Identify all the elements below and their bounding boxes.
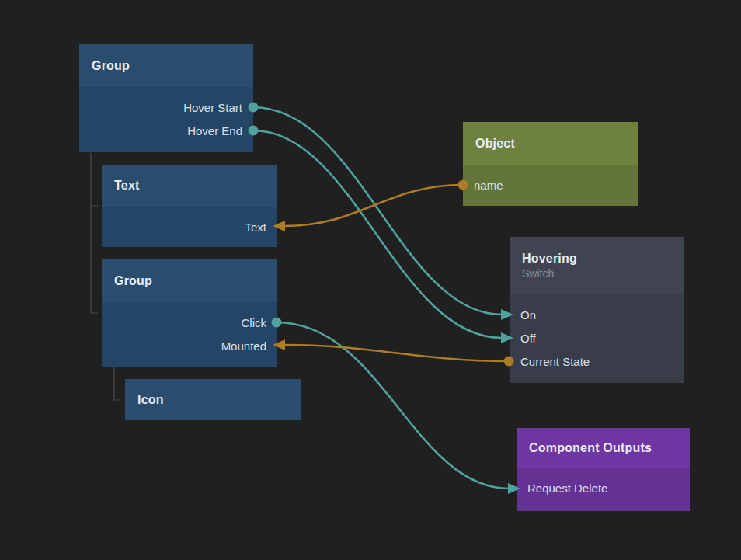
node-title: Object [475, 137, 631, 151]
node-group-1[interactable]: Group Hover Start Hover End [79, 44, 253, 152]
port-label: Request Delete [527, 482, 607, 495]
node-group-1-header[interactable]: Group [79, 44, 253, 87]
node-icon-1[interactable]: Icon [125, 379, 301, 420]
node-title: Hovering [522, 252, 677, 266]
node-title: Group [114, 274, 270, 288]
port-label: Click [242, 316, 267, 329]
port-row-hover-start[interactable]: Hover Start [79, 96, 253, 119]
node-editor-canvas[interactable]: Group Hover Start Hover End Text Text Gr… [0, 0, 741, 560]
port-label: On [520, 308, 536, 322]
port-label: Hover Start [183, 101, 242, 114]
node-text-1-header[interactable]: Text [102, 165, 277, 207]
port-label: Current State [520, 355, 590, 368]
hierarchy-line-group2-children [114, 367, 120, 400]
node-component-outputs-header[interactable]: Component Outputs [517, 428, 690, 468]
node-subtitle: Switch [522, 267, 677, 280]
node-group-2[interactable]: Group Click Mounted [102, 259, 277, 367]
port-label: Off [520, 332, 536, 345]
port-row-click[interactable]: Click [102, 311, 277, 334]
node-title: Group [92, 59, 245, 73]
hierarchy-line-group1-children [91, 153, 98, 313]
port-row-text[interactable]: Text [102, 215, 277, 238]
node-title: Icon [137, 393, 293, 407]
node-title: Text [114, 179, 270, 193]
port-row-name[interactable]: name [463, 173, 638, 197]
node-title: Component Outputs [529, 441, 682, 455]
node-group-2-header[interactable]: Group [102, 259, 277, 302]
wire-current-state-to-mounted[interactable] [284, 345, 509, 361]
port-row-request-delete[interactable]: Request Delete [517, 476, 690, 499]
node-text-1[interactable]: Text Text [102, 165, 277, 247]
node-icon-1-header[interactable]: Icon [125, 379, 301, 420]
wire-click-to-request-delete[interactable] [277, 322, 510, 489]
port-label: Text [245, 221, 266, 234]
wire-name-to-text[interactable] [284, 185, 463, 226]
port-label: Hover End [187, 124, 242, 137]
node-object-1[interactable]: Object name [463, 122, 638, 206]
port-row-on[interactable]: On [510, 303, 684, 326]
node-hovering-switch[interactable]: Hovering Switch On Off Current State [510, 237, 684, 383]
port-row-hover-end[interactable]: Hover End [79, 119, 253, 142]
node-hovering-switch-header[interactable]: Hovering Switch [510, 237, 684, 294]
port-label: Mounted [221, 339, 266, 353]
node-object-1-header[interactable]: Object [463, 122, 638, 165]
port-row-mounted[interactable]: Mounted [102, 334, 277, 357]
port-row-current-state[interactable]: Current State [510, 350, 684, 373]
node-component-outputs[interactable]: Component Outputs Request Delete [517, 428, 690, 511]
port-row-off[interactable]: Off [510, 326, 684, 350]
port-label: name [474, 179, 503, 192]
